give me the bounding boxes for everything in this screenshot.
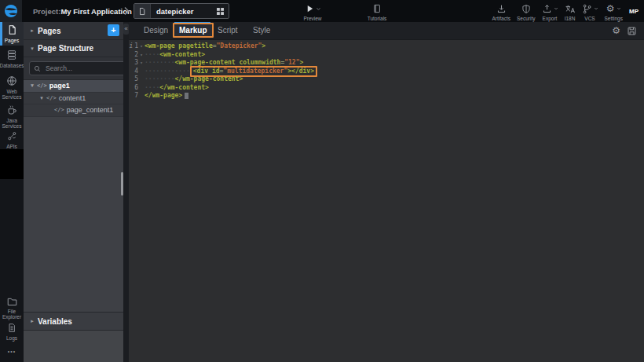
- pages-header-label: Pages: [38, 27, 60, 35]
- databases-icon: [6, 49, 17, 60]
- tab-script[interactable]: Script: [218, 22, 238, 39]
- rail-item-pages[interactable]: Pages: [0, 22, 24, 46]
- code-line[interactable]: 7</wm-page>: [129, 92, 644, 101]
- caret-down-icon[interactable]: ▾: [29, 82, 35, 89]
- panel-footer: [24, 331, 123, 362]
- code-line[interactable]: 2▾····<wm-content>: [129, 51, 644, 60]
- tutorials-label: Tutorials: [368, 16, 387, 21]
- pages-document-icon: [7, 24, 17, 35]
- settings-gear-icon: ⚙: [606, 4, 615, 13]
- editor-actions: ⚙: [612, 22, 637, 39]
- rail-item-logs[interactable]: Logs: [0, 320, 24, 342]
- logs-document-icon: [7, 323, 16, 333]
- variables-section-header[interactable]: ▸ Variables: [24, 312, 123, 331]
- rail-separator: [0, 149, 24, 179]
- editor-settings-gear-icon[interactable]: ⚙: [612, 26, 620, 35]
- tree-item-content1[interactable]: ▾ </> content1: [24, 93, 123, 105]
- caret-down-icon[interactable]: ▾: [28, 46, 36, 52]
- globe-icon: [6, 75, 17, 86]
- rail-item-java-services[interactable]: Java Services: [0, 102, 24, 130]
- export-upload-icon: [542, 4, 552, 14]
- caret-right-icon[interactable]: ▸: [28, 27, 36, 34]
- tab-style[interactable]: Style: [253, 22, 270, 39]
- variables-label: Variables: [38, 317, 72, 326]
- coffee-cup-icon: [6, 104, 17, 115]
- api-nodes-icon: [7, 131, 17, 141]
- rail-item-databases[interactable]: Databases: [0, 46, 24, 72]
- search-icon: [34, 65, 41, 72]
- left-rail: Pages Databases Web Services Java Servic…: [0, 22, 24, 362]
- preview-button[interactable]: Preview: [297, 3, 328, 21]
- i18n-button[interactable]: I18N: [565, 3, 576, 21]
- editor-area: Design Markup Script Style ⚙ i1▾<wm-page…: [129, 22, 644, 362]
- code-editor[interactable]: i1▾<wm-page pagetitle="Datepicker">2▾···…: [129, 39, 644, 362]
- caret-right-icon[interactable]: ▸: [28, 318, 36, 324]
- widgets-grid-icon[interactable]: [216, 7, 225, 16]
- tab-markup[interactable]: Markup: [173, 23, 214, 38]
- project-label: Project:: [33, 7, 60, 16]
- security-button[interactable]: Security: [517, 3, 535, 21]
- rail-item-file-explorer[interactable]: File Explorer: [0, 295, 24, 320]
- page-structure-header[interactable]: ▾ Page Structure: [24, 40, 123, 57]
- open-page-tab[interactable]: datepicker: [134, 3, 229, 19]
- tree-label-page1: page1: [49, 82, 70, 90]
- artifacts-label: Artifacts: [492, 16, 510, 21]
- tree-label-content1: content1: [59, 94, 86, 102]
- code-tag-icon: </>: [46, 95, 57, 101]
- search-row: [24, 57, 123, 80]
- rail-label-web-services: Web Services: [2, 89, 22, 100]
- rail-more-button[interactable]: •••: [0, 342, 24, 362]
- search-input[interactable]: [44, 64, 134, 73]
- rail-label-logs: Logs: [6, 335, 17, 341]
- collapse-panel-button[interactable]: «: [123, 24, 129, 35]
- artifacts-button[interactable]: Artifacts: [492, 3, 510, 21]
- add-page-button[interactable]: +: [108, 24, 119, 36]
- settings-button[interactable]: ⚙ Settings: [605, 3, 624, 21]
- vcs-chevron-icon: [594, 6, 598, 11]
- preview-label: Preview: [303, 16, 321, 21]
- security-label: Security: [517, 16, 535, 21]
- project-breadcrumb: Project:My First Application: [33, 0, 132, 22]
- folder-icon: [7, 297, 17, 306]
- vcs-button[interactable]: VCS: [582, 3, 598, 21]
- search-box[interactable]: [29, 61, 139, 75]
- panel-collapse-strip: «: [123, 22, 129, 362]
- rail-label-apis: APIs: [6, 144, 17, 149]
- rail-item-apis[interactable]: APIs: [0, 130, 24, 149]
- tree-empty-area: [24, 117, 123, 313]
- i18n-translate-icon: [565, 4, 576, 14]
- editor-tabbar: Design Markup Script Style ⚙: [129, 22, 644, 40]
- save-icon[interactable]: [627, 26, 637, 36]
- page-structure-label: Page Structure: [38, 44, 93, 53]
- rail-item-web-services[interactable]: Web Services: [0, 72, 24, 102]
- export-chevron-icon: [554, 6, 558, 11]
- code-tag-icon: </>: [54, 107, 64, 113]
- code-line[interactable]: i1▾<wm-page pagetitle="Datepicker">: [129, 42, 644, 51]
- rail-label-file-explorer: File Explorer: [2, 309, 22, 320]
- app-logo[interactable]: [0, 0, 22, 22]
- code-line[interactable]: 5········</wm-page-content>: [129, 75, 644, 84]
- code-line[interactable]: 6····</wm-content>: [129, 84, 644, 93]
- breadcrumb-chevron-icon: [123, 6, 130, 16]
- rail-label-pages: Pages: [5, 38, 19, 43]
- i18n-label: I18N: [565, 16, 576, 21]
- project-name: My First Application: [60, 7, 131, 16]
- preview-chevron-icon[interactable]: [316, 6, 321, 12]
- page-file-icon: [134, 4, 151, 18]
- tab-design[interactable]: Design: [144, 22, 168, 39]
- tree-item-page1[interactable]: ▾ </> page1: [24, 80, 123, 93]
- vcs-label: VCS: [584, 16, 595, 21]
- artifacts-download-icon: [496, 4, 507, 14]
- tutorials-button[interactable]: Tutorials: [360, 3, 394, 21]
- export-button[interactable]: Export: [542, 3, 558, 21]
- code-tag-icon: </>: [37, 82, 47, 89]
- caret-down-icon[interactable]: ▾: [38, 95, 45, 101]
- tree-label-page-content1: page_content1: [67, 106, 114, 114]
- code-line[interactable]: 4············<div id="multidatepicker"><…: [129, 68, 644, 76]
- user-avatar[interactable]: MP: [626, 3, 642, 19]
- security-shield-icon: [521, 4, 531, 14]
- play-icon: [305, 4, 314, 13]
- open-page-name: datepicker: [156, 7, 194, 16]
- tree-item-page-content1[interactable]: </> page_content1: [24, 104, 123, 117]
- pages-section-header[interactable]: ▸ Pages +: [24, 22, 123, 40]
